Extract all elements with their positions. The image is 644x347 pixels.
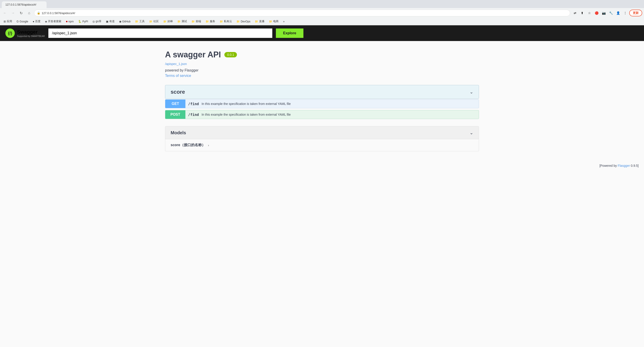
models-section: Models ⌄ score（接口的名称） › [165, 126, 479, 151]
model-expand-icon: › [208, 143, 209, 147]
bookmark-tools[interactable]: 📁工具 [133, 19, 146, 24]
settings-icon[interactable]: ⋮ [622, 10, 628, 16]
bookmark-services[interactable]: 📁服务 [204, 19, 217, 24]
bookmark-github[interactable]: ◉GitHub [117, 20, 132, 24]
api-version-badge: 0.0.1 [224, 52, 237, 57]
bookmark-community[interactable]: 📁社区 [147, 19, 160, 24]
bookmark-more[interactable]: » [281, 20, 286, 24]
get-method-badge: GET [165, 100, 186, 108]
post-find-path: /find [186, 113, 202, 117]
swagger-search-bar[interactable] [48, 29, 272, 38]
address-bar[interactable]: 🔒 127.0.0.1:5876/apidocs/#/ [34, 10, 570, 16]
swagger-logo-text-block: Swagger Supported by SMARTBEAR [17, 29, 45, 38]
bookmark-icon[interactable]: ☆ [586, 10, 592, 16]
forward-button[interactable]: → [10, 10, 16, 16]
swagger-logo-icon: {/} [5, 29, 15, 38]
models-title: Models [171, 130, 186, 135]
terms-of-service-link[interactable]: Terms of service [165, 74, 479, 78]
flasgger-link[interactable]: Flasgger [618, 164, 630, 167]
translate-icon[interactable]: ⇄ [572, 10, 578, 16]
refresh-button[interactable]: ↻ [18, 10, 24, 16]
bookmark-devsearch[interactable]: ◈开发者搜索 [43, 19, 63, 24]
footer-version: 0.9.5] [630, 164, 639, 167]
explore-button[interactable]: Explore [276, 29, 304, 38]
extensions-icon[interactable]: 🔧 [608, 10, 614, 16]
post-find-endpoint[interactable]: POST /find In this example the specifica… [165, 110, 479, 119]
models-body: score（接口的名称） › [165, 139, 479, 151]
score-chevron-icon: ⌄ [470, 89, 473, 95]
swagger-footer: [Powered by Flasgger 0.9.5] [0, 160, 644, 171]
update-button[interactable]: 更新 [629, 10, 642, 16]
swagger-logo-subtitle: Supported by SMARTBEAR [17, 35, 45, 38]
model-item-score[interactable]: score（接口的名称） › [171, 143, 473, 148]
profile-icon-1[interactable]: 🔴 [594, 10, 600, 16]
swagger-header: {/} Swagger Supported by SMARTBEAR Explo… [0, 25, 644, 41]
browser-toolbar: ← → ↻ ⌂ 🔒 127.0.0.1:5876/apidocs/#/ ⇄ ⬆ … [0, 8, 644, 18]
score-section-header[interactable]: score ⌄ [165, 85, 479, 99]
swagger-content: A swagger API 0.0.1 /apispec_1.json powe… [160, 41, 484, 160]
bookmark-pypi[interactable]: 🐍PyPI [76, 20, 90, 24]
bookmark-npm[interactable]: ■npm [64, 20, 76, 24]
tab-title: 127.0.0.1:5876/apidocs/#/ [5, 3, 36, 6]
bookmark-golib[interactable]: ◎go库 [91, 19, 103, 24]
bookmark-ecommerce[interactable]: 📁电商 [267, 19, 280, 24]
bookmark-apps[interactable]: ⊞应用 [2, 19, 14, 24]
api-title-row: A swagger API 0.0.1 [165, 50, 479, 59]
address-text: 127.0.0.1:5876/apidocs/#/ [42, 12, 567, 15]
api-spec-link[interactable]: /apispec_1.json [165, 62, 479, 66]
bookmark-baidu[interactable]: ●百度 [31, 19, 42, 24]
swagger-logo-title: Swagger [17, 29, 45, 35]
back-button[interactable]: ← [2, 10, 8, 16]
model-score-name: score（接口的名称） [171, 143, 205, 148]
score-section: score ⌄ GET /find In this example the sp… [165, 85, 479, 119]
bookmark-test[interactable]: 📁测试 [176, 19, 189, 24]
models-header[interactable]: Models ⌄ [165, 126, 479, 139]
bookmark-devops[interactable]: 📁DevOps [235, 20, 252, 24]
home-button[interactable]: ⌂ [26, 10, 32, 16]
bookmark-live[interactable]: 📁直播 [253, 19, 266, 24]
browser-chrome: 127.0.0.1:5876/apidocs/#/ ← → ↻ ⌂ 🔒 127.… [0, 0, 644, 25]
swagger-search-input[interactable] [48, 29, 272, 38]
models-chevron-icon: ⌄ [470, 130, 473, 135]
swagger-logo: {/} Swagger Supported by SMARTBEAR [5, 29, 45, 38]
bookmarks-bar: ⊞应用 GGoogle ●百度 ◈开发者搜索 ■npm 🐍PyPI ◎go库 ▣… [0, 18, 644, 25]
browser-toolbar-icons: ⇄ ⬆ ☆ 🔴 📷 🔧 👤 ⋮ 更新 [572, 10, 642, 16]
post-find-description: In this example the specification is tak… [202, 113, 291, 116]
get-find-endpoint[interactable]: GET /find In this example the specificat… [165, 99, 479, 108]
bookmark-youdao[interactable]: ▣有道 [104, 19, 116, 24]
browser-tabs: 127.0.0.1:5876/apidocs/#/ [0, 0, 644, 8]
api-description: powered by Flasgger [165, 68, 479, 72]
bookmark-frontend[interactable]: 📁前端 [190, 19, 203, 24]
bookmark-private-cloud[interactable]: 📁私有云 [218, 19, 234, 24]
post-method-badge: POST [165, 110, 186, 119]
get-find-description: In this example the specification is tak… [202, 102, 291, 106]
profile-icon-3[interactable]: 👤 [615, 10, 621, 16]
profile-icon-2[interactable]: 📷 [600, 10, 607, 16]
security-icon: 🔒 [37, 12, 40, 15]
bookmark-google[interactable]: GGoogle [15, 20, 30, 24]
share-icon[interactable]: ⬆ [579, 10, 585, 16]
active-tab[interactable]: 127.0.0.1:5876/apidocs/#/ [2, 1, 46, 8]
api-title: A swagger API [165, 50, 221, 59]
bookmark-great[interactable]: 📁好棒 [162, 19, 175, 24]
get-find-path: /find [186, 102, 202, 106]
score-section-title: score [171, 89, 185, 95]
footer-text: [Powered by [600, 164, 618, 167]
